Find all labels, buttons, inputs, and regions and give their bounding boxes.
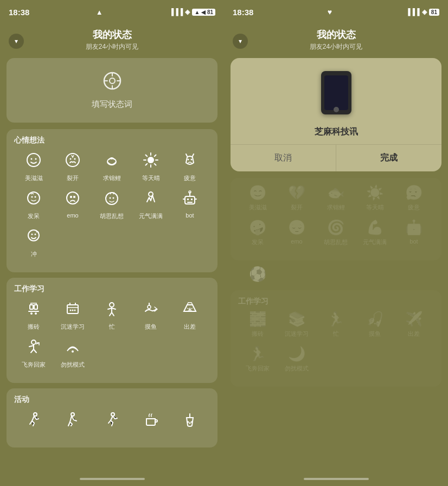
right-wifi-icon: ◈ [422, 8, 427, 16]
mood-item-piyi[interactable]: 疲意 [170, 152, 209, 182]
emo-label: emo [67, 212, 78, 219]
svg-line-20 [155, 164, 156, 165]
svg-point-1 [110, 78, 115, 84]
right-dropdown-button[interactable]: ▾ [233, 34, 248, 49]
work-item-banzuan[interactable]: 搬砖 [14, 300, 53, 331]
right-dimmed-mood-grid: 😊 美滋滋 💔 裂开 🐟 求锦鲤 ☀️ 等天晴 😮‍💨 疲意 [238, 184, 434, 219]
svg-point-67 [31, 340, 36, 344]
right-dimmed-mood-section: 😊 美滋滋 💔 裂开 🐟 求锦鲤 ☀️ 等天晴 😮‍💨 疲意 [231, 178, 441, 260]
svg-point-30 [67, 192, 79, 204]
right-dimmed-work-section: 工作学习 🧱 搬砖 📚 沉迷学习 🏃 忙 🎣 摸鱼 [231, 290, 441, 387]
activity-item-coffee[interactable] [131, 411, 170, 433]
mood-item-emo[interactable]: emo [53, 190, 92, 220]
left-status-icons: ▐▐▐ ◈ ▲ ◀ 81 [169, 8, 215, 16]
run-icon [25, 411, 42, 431]
right-status-bar: 18:38 ♥ ▐▐▐ ◈ 81 [224, 0, 448, 24]
activity-item-jog[interactable] [92, 411, 131, 433]
write-status-card[interactable]: 填写状态词 [7, 58, 217, 123]
svg-point-6 [27, 154, 40, 167]
left-time: 18:38 [9, 8, 29, 17]
work-item-mang[interactable]: 忙 [92, 300, 131, 331]
chong-icon [25, 228, 42, 248]
left-home-bar [0, 474, 224, 486]
left-page-subtitle: 朋友24小时内可见 [86, 42, 138, 52]
dengtianjing-icon [143, 152, 159, 172]
svg-point-13 [111, 157, 113, 159]
mood-item-dengtianjing[interactable]: 等天晴 [131, 152, 170, 182]
work-item-chuchai[interactable]: 出差 [170, 300, 209, 331]
svg-line-34 [74, 196, 75, 197]
svg-point-28 [31, 196, 33, 198]
write-status-icon [103, 71, 122, 95]
right-signal-icon: ▐▐▐ [406, 8, 420, 16]
left-nav-icon: ▲ [96, 8, 103, 16]
mood-item-qiujinli[interactable]: 求锦鲤 [92, 152, 131, 182]
right-chevron-down-icon: ▾ [239, 37, 242, 45]
work-item-wuraomode[interactable]: 勿扰模式 [53, 338, 92, 369]
mood-item-fazhen[interactable]: 发呆 [14, 190, 53, 220]
phone-home-button [334, 107, 339, 112]
right-dimmed-content: 😊 美滋滋 💔 裂开 🐟 求锦鲤 ☀️ 等天晴 😮‍💨 疲意 [224, 178, 448, 474]
feibenhuijia-icon [25, 338, 42, 359]
left-dropdown-button[interactable]: ▾ [9, 34, 24, 49]
signal-icon: ▐▐▐ [169, 8, 183, 16]
app-name-label: 芝麻科技讯 [315, 120, 358, 144]
svg-point-11 [74, 158, 76, 160]
mood-item-bot[interactable]: bot [170, 190, 209, 220]
mood-section: 心情想法 美滋滋 [7, 129, 217, 272]
dimmed-work-2: 📚 沉迷学习 [277, 311, 316, 338]
meizizzi-icon [25, 152, 42, 172]
svg-point-10 [70, 158, 72, 160]
work-item-feibenhuijia[interactable]: 飞奔回家 [14, 338, 53, 369]
right-dimmed-work-grid-2: 🏃 飞奔回家 🌙 勿扰模式 [238, 346, 434, 380]
work-item-moyu[interactable]: 摸鱼 [131, 300, 170, 331]
yuanqimanman-icon [143, 190, 159, 210]
activity-item-walk[interactable] [53, 411, 92, 433]
boba-icon [182, 411, 198, 431]
dimmed-work-7: 🌙 勿扰模式 [277, 346, 316, 373]
mood-item-yuanqimanman[interactable]: 元气满满 [131, 190, 170, 220]
activity-section: 活动 [7, 388, 217, 447]
svg-point-58 [70, 310, 72, 311]
work-item-chenmi[interactable]: 沉迷学习 [53, 300, 92, 331]
svg-line-26 [193, 154, 194, 156]
svg-line-32 [71, 196, 72, 197]
right-header: ▾ 我的状态 朋友24小时内可见 [224, 24, 448, 58]
dimmed-item-5: 😮‍💨 疲意 [394, 184, 433, 212]
coffee-icon [143, 411, 159, 431]
mood-item-liekai[interactable]: 裂开 [53, 152, 92, 182]
meizizzi-label: 美滋滋 [25, 174, 43, 182]
svg-point-23 [188, 159, 189, 161]
activity-item-boba[interactable] [170, 411, 209, 433]
fazhen-icon [25, 190, 42, 210]
left-scroll-area[interactable]: 填写状态词 心情想法 美滋滋 [0, 58, 224, 474]
right-battery-badge: 81 [429, 9, 439, 16]
husiluanxiang-icon [104, 190, 120, 210]
dimmed-work-1: 🧱 搬砖 [238, 311, 277, 338]
dimmed-work-3: 🏃 忙 [316, 311, 355, 338]
wuraomode-label: 勿扰模式 [61, 361, 85, 369]
battery-badge: ▲ ◀ 81 [192, 9, 215, 16]
home-bar-indicator [80, 478, 145, 480]
svg-point-76 [189, 423, 191, 424]
confirm-button[interactable]: 完成 [336, 145, 441, 171]
svg-rect-41 [191, 199, 193, 200]
dimmed-item-3: 🐟 求锦鲤 [316, 184, 355, 212]
dimmed-partial-item: ⚽ [238, 266, 277, 283]
mang-icon [104, 300, 120, 321]
mood-item-meizizzi[interactable]: 美滋滋 [14, 152, 53, 182]
svg-point-59 [72, 310, 74, 311]
dimmed-item-10: 🤖 bot [394, 219, 433, 246]
write-status-label: 填写状态词 [92, 99, 132, 110]
cancel-button[interactable]: 取消 [231, 145, 336, 171]
mood-item-chong[interactable]: 冲 [14, 228, 53, 258]
left-panel: 18:38 ▲ ▐▐▐ ◈ ▲ ◀ 81 ▾ 我的状态 朋友24小时内可见 [0, 0, 224, 486]
svg-point-24 [191, 159, 193, 161]
activity-item-run[interactable] [14, 411, 53, 433]
dimmed-partial-row: ⚽ [224, 266, 448, 283]
svg-line-19 [146, 155, 148, 157]
dimmed-work-5: ✈️ 出差 [394, 311, 433, 338]
bot-icon [182, 190, 198, 210]
mang-label: 忙 [109, 323, 115, 331]
mood-item-husiluanxiang[interactable]: 胡思乱想 [92, 190, 131, 220]
